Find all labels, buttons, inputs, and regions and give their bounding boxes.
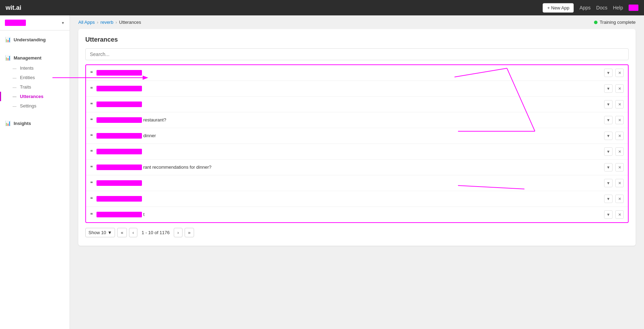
table-row: ❝ ▼ ✕ xyxy=(86,144,628,160)
quote-icon: ❝ xyxy=(90,180,93,186)
sidebar-item-settings[interactable]: — Settings xyxy=(0,101,70,111)
sidebar-section-insights-header[interactable]: 📊 Insights xyxy=(0,118,70,129)
show-select-wrapper: Show 10 ▼ xyxy=(85,228,115,237)
sidebar-section-management-header[interactable]: 📊 Management xyxy=(0,52,70,63)
row-delete-btn[interactable]: ✕ xyxy=(615,210,624,219)
management-icon: 📊 xyxy=(5,55,11,61)
redacted-block xyxy=(96,102,142,107)
quote-icon: ❝ xyxy=(90,212,93,217)
row-delete-btn[interactable]: ✕ xyxy=(615,179,624,187)
row-dropdown-btn[interactable]: ▼ xyxy=(604,132,613,140)
row-actions: ▼ ✕ xyxy=(604,163,624,172)
sidebar-section-management: 📊 Management — Intents — Entities — Trai… xyxy=(0,49,70,114)
show-chevron-icon: ▼ xyxy=(108,230,112,235)
sidebar-item-entities[interactable]: — Entities xyxy=(0,73,70,82)
chevron-down-icon: ▼ xyxy=(61,21,65,25)
row-actions: ▼ ✕ xyxy=(604,69,624,77)
top-nav-right: + New App Apps Docs Help xyxy=(543,3,638,13)
intents-label: Intents xyxy=(20,65,34,71)
row-actions: ▼ ✕ xyxy=(604,179,624,187)
quote-icon: ❝ xyxy=(90,164,93,170)
row-delete-btn[interactable]: ✕ xyxy=(615,163,624,172)
row-delete-btn[interactable]: ✕ xyxy=(615,116,624,124)
row-dropdown-btn[interactable]: ▼ xyxy=(604,100,613,108)
help-link[interactable]: Help xyxy=(613,5,623,10)
row-delete-btn[interactable]: ✕ xyxy=(615,84,624,93)
sidebar-section-understanding-header[interactable]: 📊 Understanding xyxy=(0,34,70,45)
row-delete-btn[interactable]: ✕ xyxy=(615,100,624,108)
row-dropdown-btn[interactable]: ▼ xyxy=(604,116,613,124)
row-delete-btn[interactable]: ✕ xyxy=(615,132,624,140)
row-dropdown-btn[interactable]: ▼ xyxy=(604,210,613,219)
table-row: ❝ restaurant? ▼ ✕ xyxy=(86,112,628,128)
logo: wit.ai xyxy=(6,4,21,12)
table-row: ❝ ▼ ✕ xyxy=(86,97,628,112)
utterance-text xyxy=(96,149,601,155)
docs-link[interactable]: Docs xyxy=(596,5,607,10)
apps-link[interactable]: Apps xyxy=(579,5,591,10)
user-avatar[interactable] xyxy=(629,5,638,11)
utterance-text: rant recommendations for dinner? xyxy=(96,164,601,170)
redacted-block xyxy=(96,212,142,217)
row-dropdown-btn[interactable]: ▼ xyxy=(604,84,613,93)
utterance-text xyxy=(96,180,601,186)
row-actions: ▼ ✕ xyxy=(604,84,624,93)
row-delete-btn[interactable]: ✕ xyxy=(615,69,624,77)
row-dropdown-btn[interactable]: ▼ xyxy=(604,163,613,172)
breadcrumb-sep-2: › xyxy=(115,20,117,25)
prev-page-button[interactable]: ‹ xyxy=(129,228,137,237)
table-row: ❝ t ▼ ✕ xyxy=(86,207,628,222)
row-delete-btn[interactable]: ✕ xyxy=(615,195,624,203)
quote-icon: ❝ xyxy=(90,149,93,154)
quote-icon: ❝ xyxy=(90,196,93,202)
breadcrumb-current: Utterances xyxy=(119,20,141,25)
breadcrumb-sep-1: › xyxy=(97,20,98,25)
sidebar-item-intents[interactable]: — Intents xyxy=(0,63,70,73)
utterance-text xyxy=(96,102,601,107)
sidebar-item-utterances[interactable]: — Utterances xyxy=(0,92,70,101)
table-row: ❝ ▼ ✕ xyxy=(86,175,628,191)
breadcrumb-bar: All Apps › reverb › Utterances Training … xyxy=(70,15,644,29)
new-app-button[interactable]: + New App xyxy=(543,3,574,13)
insights-icon: 📊 xyxy=(5,120,11,126)
redacted-block xyxy=(96,196,142,202)
first-page-button[interactable]: « xyxy=(117,228,127,237)
utterance-text-visible: rant recommendations for dinner? xyxy=(143,164,212,170)
utterances-label: Utterances xyxy=(20,94,43,99)
redacted-block xyxy=(96,70,142,76)
insights-label: Insights xyxy=(14,121,31,126)
panel-title: Utterances xyxy=(85,36,629,43)
panel-wrapper: Utterances ❝ ▼ ✕ xyxy=(70,29,644,329)
row-delete-btn[interactable]: ✕ xyxy=(615,147,624,156)
redacted-block xyxy=(96,117,142,123)
sidebar-item-traits[interactable]: — Traits xyxy=(0,82,70,92)
row-actions: ▼ ✕ xyxy=(604,100,624,108)
app-selector[interactable]: ▼ xyxy=(0,15,70,30)
layout: ▼ 📊 Understanding 📊 Management — Intents… xyxy=(0,15,644,329)
next-page-button[interactable]: › xyxy=(174,228,182,237)
pagination: Show 10 ▼ « ‹ 1 - 10 of 1176 › » xyxy=(85,223,629,239)
top-nav: wit.ai + New App Apps Docs Help xyxy=(0,0,644,15)
row-actions: ▼ ✕ xyxy=(604,147,624,156)
table-row: ❝ dinner ▼ ✕ xyxy=(86,128,628,144)
row-actions: ▼ ✕ xyxy=(604,195,624,203)
last-page-button[interactable]: » xyxy=(185,228,194,237)
redacted-block xyxy=(96,164,142,170)
utterance-text: restaurant? xyxy=(96,117,601,123)
quote-icon: ❝ xyxy=(90,86,93,91)
breadcrumb-all-apps[interactable]: All Apps xyxy=(78,20,95,25)
utterance-text-visible: dinner xyxy=(143,133,156,138)
quote-icon: ❝ xyxy=(90,133,93,139)
utterance-text-visible: restaurant? xyxy=(143,117,166,122)
training-status-label: Training complete xyxy=(600,20,636,25)
utterances-panel: Utterances ❝ ▼ ✕ xyxy=(78,29,636,246)
row-dropdown-btn[interactable]: ▼ xyxy=(604,179,613,187)
row-dropdown-btn[interactable]: ▼ xyxy=(604,147,613,156)
search-input[interactable] xyxy=(85,48,629,60)
row-dropdown-btn[interactable]: ▼ xyxy=(604,195,613,203)
row-dropdown-btn[interactable]: ▼ xyxy=(604,69,613,77)
show-select[interactable]: Show 10 ▼ xyxy=(85,228,115,237)
training-status: Training complete xyxy=(594,20,636,25)
breadcrumb-app-name[interactable]: reverb xyxy=(100,20,113,25)
table-row: ❝ ▼ ✕ xyxy=(86,65,628,81)
